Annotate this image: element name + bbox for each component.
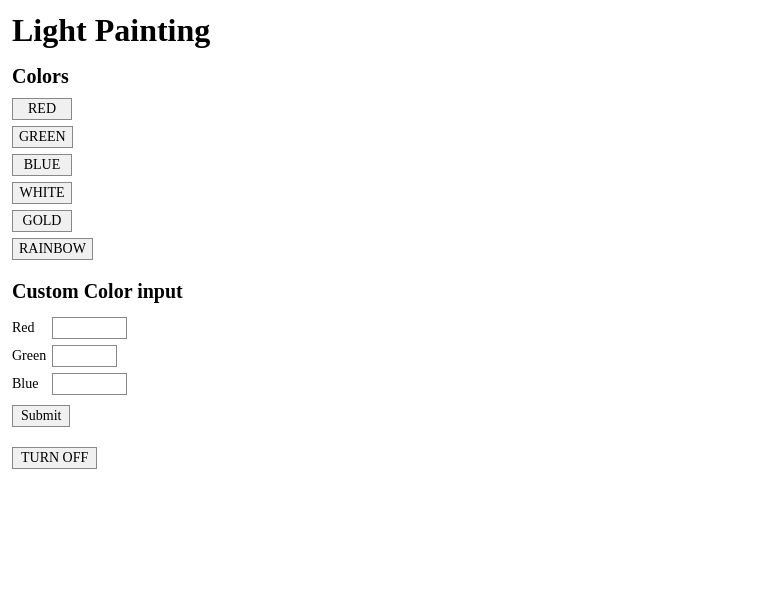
green-label: Green (12, 348, 52, 364)
custom-color-section: Custom Color input Red Green Blue Submit (12, 280, 746, 427)
green-button[interactable]: GREEN (12, 126, 73, 148)
white-button[interactable]: WHITE (12, 182, 72, 204)
submit-button[interactable]: Submit (12, 405, 70, 427)
blue-input[interactable] (52, 373, 127, 395)
green-input[interactable] (52, 345, 117, 367)
green-input-row: Green (12, 345, 746, 367)
gold-button[interactable]: GOLD (12, 210, 72, 232)
rainbow-button[interactable]: RAINBOW (12, 238, 93, 260)
colors-section: Colors RED GREEN BLUE WHITE GOLD RAINBOW (12, 65, 746, 260)
red-input-row: Red (12, 317, 746, 339)
red-label: Red (12, 320, 52, 336)
blue-input-row: Blue (12, 373, 746, 395)
red-input[interactable] (52, 317, 127, 339)
turn-off-button[interactable]: TURN OFF (12, 447, 97, 469)
colors-heading: Colors (12, 65, 746, 88)
blue-button[interactable]: BLUE (12, 154, 72, 176)
custom-heading: Custom Color input (12, 280, 746, 303)
blue-label: Blue (12, 376, 52, 392)
page-title: Light Painting (12, 12, 746, 49)
red-button[interactable]: RED (12, 98, 72, 120)
